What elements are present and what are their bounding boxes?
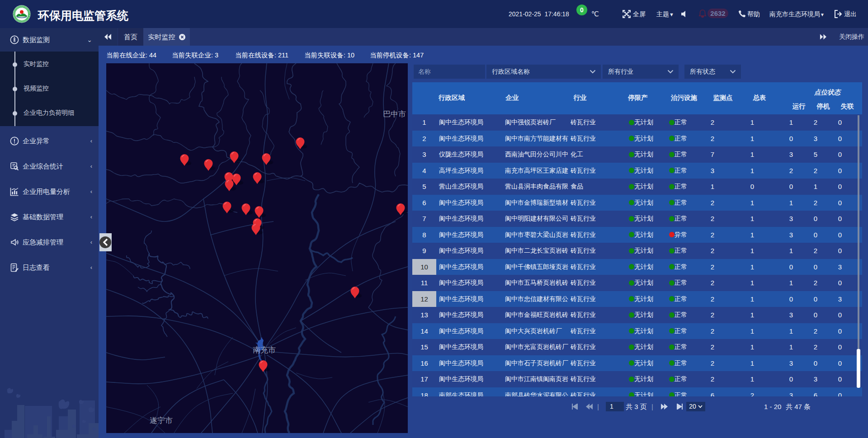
svg-text:巴中市: 巴中市 — [383, 110, 406, 118]
svg-text:遂宁市: 遂宁市 — [150, 416, 173, 425]
svg-text:南充市: 南充市 — [253, 346, 276, 354]
